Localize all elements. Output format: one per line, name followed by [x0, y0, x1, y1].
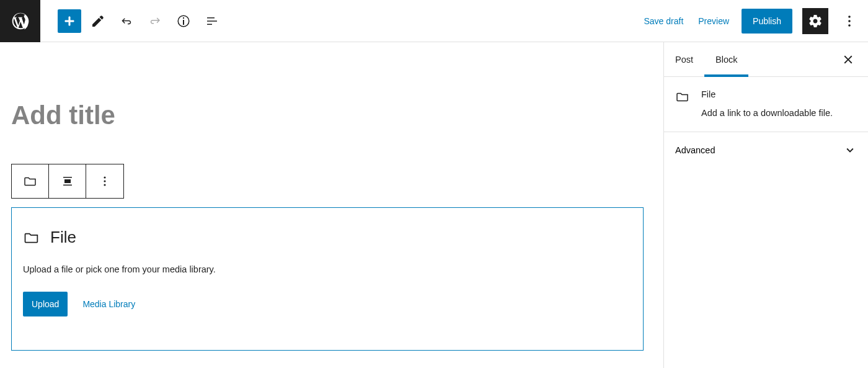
folder-icon: [675, 89, 690, 104]
add-block-button[interactable]: [58, 9, 81, 33]
top-toolbar: Save draft Preview Publish: [0, 0, 868, 42]
block-info-section: File Add a link to a downloadable file.: [664, 77, 868, 132]
more-options-button[interactable]: [838, 10, 861, 32]
svg-point-5: [104, 184, 105, 186]
file-block[interactable]: File Upload a file or pick one from your…: [11, 207, 644, 351]
advanced-label: Advanced: [675, 145, 715, 155]
redo-icon: [148, 14, 162, 29]
upload-button[interactable]: Upload: [23, 292, 68, 316]
outline-button[interactable]: [200, 9, 224, 33]
redo-button[interactable]: [143, 9, 167, 33]
toolbar-buttons: [58, 9, 224, 33]
svg-point-3: [104, 176, 105, 178]
gear-icon: [808, 14, 823, 29]
preview-button[interactable]: Preview: [696, 11, 732, 31]
block-align-button[interactable]: [49, 164, 86, 198]
svg-point-4: [104, 180, 105, 182]
editor-canvas: Add title File Upload a file or pick one…: [0, 42, 663, 368]
list-icon: [205, 14, 219, 29]
publish-button[interactable]: Publish: [742, 9, 792, 34]
block-type-button[interactable]: [12, 164, 49, 198]
save-draft-button[interactable]: Save draft: [641, 11, 686, 31]
pencil-icon: [91, 14, 105, 29]
block-name: File: [701, 89, 833, 99]
close-icon: [841, 53, 855, 66]
file-block-header: File: [23, 228, 632, 247]
close-sidebar-button[interactable]: [833, 45, 863, 74]
tab-post[interactable]: Post: [664, 42, 704, 76]
settings-sidebar: Post Block File Add a link to a download…: [663, 42, 868, 368]
sidebar-tabs: Post Block: [664, 42, 868, 77]
wordpress-logo[interactable]: [0, 0, 40, 42]
folder-icon: [23, 229, 40, 246]
wordpress-icon: [11, 11, 30, 31]
undo-button[interactable]: [115, 9, 138, 33]
svg-point-1: [848, 20, 851, 22]
tab-block[interactable]: Block: [704, 42, 748, 76]
info-icon: [176, 14, 191, 29]
dots-vertical-icon: [842, 14, 857, 29]
align-icon: [60, 174, 75, 189]
advanced-accordion[interactable]: Advanced: [664, 132, 868, 168]
chevron-down-icon: [843, 143, 857, 157]
file-block-description: Upload a file or pick one from your medi…: [23, 264, 632, 274]
undo-icon: [119, 14, 134, 29]
plus-icon: [62, 14, 77, 29]
toolbar-left: [0, 0, 224, 42]
dots-vertical-icon: [97, 174, 112, 189]
main-area: Add title File Upload a file or pick one…: [0, 42, 868, 368]
block-description: Add a link to a downloadable file.: [701, 107, 833, 119]
media-library-button[interactable]: Media Library: [82, 299, 135, 309]
block-toolbar: [11, 164, 124, 199]
edit-button[interactable]: [86, 9, 110, 33]
info-button[interactable]: [172, 9, 195, 33]
svg-point-0: [848, 16, 851, 18]
block-info: File Add a link to a downloadable file.: [675, 89, 857, 119]
file-block-title: File: [50, 228, 76, 247]
svg-point-2: [848, 24, 851, 27]
block-info-text: File Add a link to a downloadable file.: [701, 89, 833, 119]
block-more-button[interactable]: [86, 164, 123, 198]
post-title-placeholder[interactable]: Add title: [11, 101, 115, 130]
file-block-actions: Upload Media Library: [23, 292, 632, 316]
folder-icon: [23, 174, 38, 189]
toolbar-right: Save draft Preview Publish: [641, 8, 868, 34]
settings-button[interactable]: [802, 8, 828, 34]
